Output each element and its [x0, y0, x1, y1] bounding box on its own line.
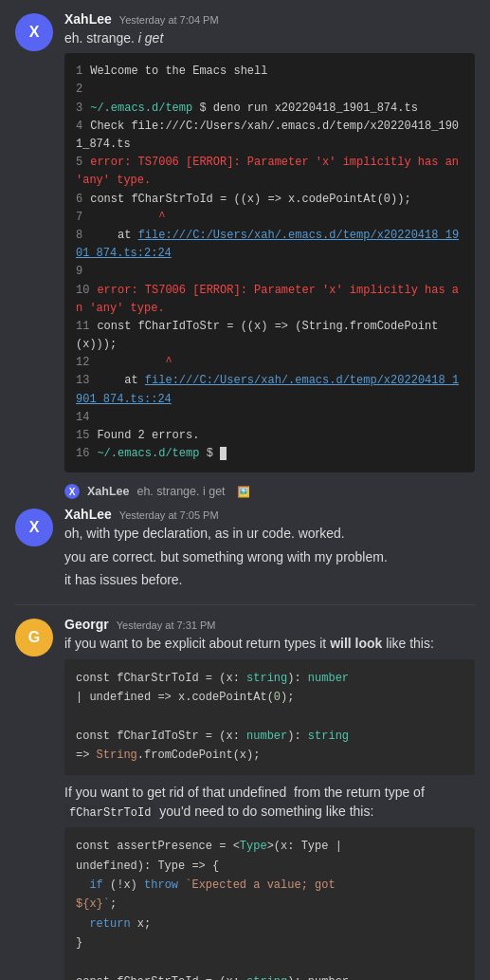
- message-group-1: X XahLee Yesterday at 7:04 PM eh. strang…: [0, 8, 490, 482]
- message-content-1: XahLee Yesterday at 7:04 PM eh. strange.…: [64, 11, 475, 478]
- message-text-3a: oh, with type declaration, as in ur code…: [64, 524, 475, 543]
- timestamp-3: Yesterday at 7:05 PM: [119, 509, 219, 521]
- timestamp-4: Yesterday at 7:31 PM: [117, 619, 216, 631]
- chat-container: X XahLee Yesterday at 7:04 PM eh. strang…: [0, 0, 490, 980]
- username-georgr: Georgr: [64, 617, 109, 632]
- message-content-4: Georgr Yesterday at 7:31 PM if you want …: [64, 617, 475, 980]
- message-text-4b: If you want to get rid of that undefined…: [64, 783, 475, 823]
- image-icon: 🖼️: [237, 486, 250, 498]
- message-text-3c: it has issues before.: [64, 570, 475, 589]
- username-xahlee-3: XahLee: [64, 507, 112, 522]
- message-group-4: G Georgr Yesterday at 7:31 PM if you wan…: [0, 613, 490, 980]
- message-header-3: XahLee Yesterday at 7:05 PM: [64, 507, 475, 522]
- message-group-3: X XahLee Yesterday at 7:05 PM oh, with t…: [0, 503, 490, 597]
- quoted-message-2: X XahLee eh. strange. i get 🖼️: [0, 484, 490, 499]
- avatar-xahlee-3: X: [15, 508, 53, 546]
- username-xahlee-1: XahLee: [64, 11, 112, 27]
- message-header-1: XahLee Yesterday at 7:04 PM: [64, 11, 475, 27]
- message-content-3: XahLee Yesterday at 7:05 PM oh, with typ…: [64, 507, 475, 593]
- terminal-block-1: 1Welcome to the Emacs shell 2 3~/.emacs.…: [64, 53, 475, 472]
- message-text-4a: if you want to be explicit about return …: [64, 634, 475, 653]
- divider-1: [15, 604, 475, 605]
- message-text-1: eh. strange. i get: [64, 28, 475, 47]
- code-block-4-1: const fCharStrToId = (x: string): number…: [64, 659, 475, 775]
- message-header-4: Georgr Yesterday at 7:31 PM: [64, 617, 475, 632]
- timestamp-1: Yesterday at 7:04 PM: [119, 14, 219, 26]
- code-block-4-2: const assertPresence = <Type>(x: Type | …: [64, 827, 475, 980]
- message-text-3b: you are correct. but something wrong wit…: [64, 547, 475, 566]
- inline-code-fcharstrtoid: fCharStrToId: [64, 805, 155, 821]
- avatar-xahlee-1: X: [15, 13, 53, 51]
- quoted-text: eh. strange. i get: [136, 485, 225, 498]
- quoted-username: XahLee: [87, 485, 129, 498]
- quoted-avatar-xahlee: X: [64, 484, 80, 499]
- avatar-georgr: G: [15, 619, 53, 656]
